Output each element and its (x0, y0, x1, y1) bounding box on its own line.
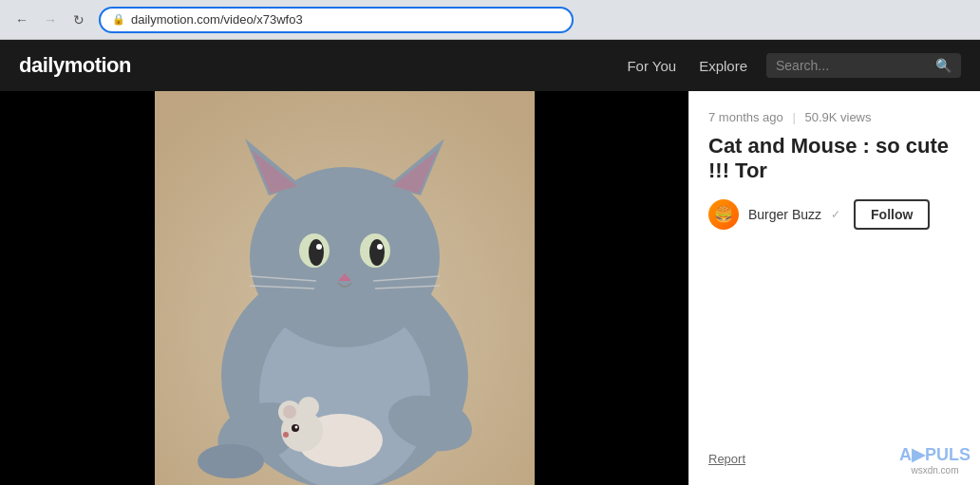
svg-point-29 (294, 426, 297, 429)
video-section (0, 91, 688, 485)
video-thumbnail (155, 91, 535, 485)
back-button[interactable]: ← (9, 8, 34, 32)
browser-chrome: ← → ↻ 🔒 dailymotion.com/video/x73wfo3 (0, 0, 980, 40)
video-views: 50.9K views (804, 110, 871, 124)
navbar: dailymotion For You Explore 🔍 (0, 40, 980, 91)
search-icon[interactable]: 🔍 (935, 58, 952, 73)
nav-buttons: ← → ↻ (9, 8, 91, 32)
lock-icon: 🔒 (112, 13, 125, 26)
video-player[interactable] (0, 91, 688, 485)
url-text: dailymotion.com/video/x73wfo3 (131, 12, 303, 27)
svg-point-17 (377, 244, 383, 250)
svg-point-16 (316, 244, 322, 250)
channel-row: 🍔 Burger Buzz ✓ Follow (708, 199, 961, 230)
video-timestamp: 7 months ago (708, 110, 783, 124)
nav-link-explore[interactable]: Explore (699, 58, 747, 74)
address-bar[interactable]: 🔒 dailymotion.com/video/x73wfo3 (99, 7, 574, 33)
report-link[interactable]: Report (708, 452, 745, 466)
search-bar[interactable]: 🔍 (766, 53, 961, 78)
verified-icon: ✓ (831, 208, 840, 221)
video-meta: 7 months ago | 50.9K views (708, 110, 961, 124)
nav-links: For You Explore (627, 58, 747, 74)
svg-point-30 (283, 432, 289, 438)
channel-emoji: 🍔 (714, 205, 733, 223)
channel-avatar: 🍔 (708, 199, 739, 230)
video-title: Cat and Mouse : so cute !!! Tor (708, 134, 961, 184)
black-panel-right (548, 91, 688, 485)
site-logo[interactable]: dailymotion (19, 53, 131, 78)
follow-button[interactable]: Follow (854, 199, 930, 230)
main-content: 7 months ago | 50.9K views Cat and Mouse… (0, 91, 980, 485)
watermark-text: wsxdn.com (899, 465, 971, 476)
watermark-logo: A▶PULS (899, 444, 971, 465)
channel-name: Burger Buzz (748, 207, 821, 222)
svg-point-26 (298, 397, 319, 418)
svg-point-14 (309, 239, 324, 266)
search-input[interactable] (776, 58, 928, 73)
watermark: A▶PULS wsxdn.com (899, 444, 971, 476)
video-info-sidebar: 7 months ago | 50.9K views Cat and Mouse… (688, 91, 980, 485)
black-panel-left (0, 91, 176, 485)
reload-button[interactable]: ↻ (66, 8, 91, 32)
cat-scene-svg (155, 91, 535, 485)
svg-point-7 (250, 167, 440, 347)
forward-button[interactable]: → (38, 8, 63, 32)
svg-point-27 (283, 405, 296, 419)
svg-point-5 (198, 444, 264, 478)
svg-point-15 (369, 239, 385, 266)
site-wrapper: dailymotion For You Explore 🔍 (0, 40, 980, 485)
nav-link-for-you[interactable]: For You (627, 58, 676, 74)
meta-separator: | (792, 110, 795, 124)
